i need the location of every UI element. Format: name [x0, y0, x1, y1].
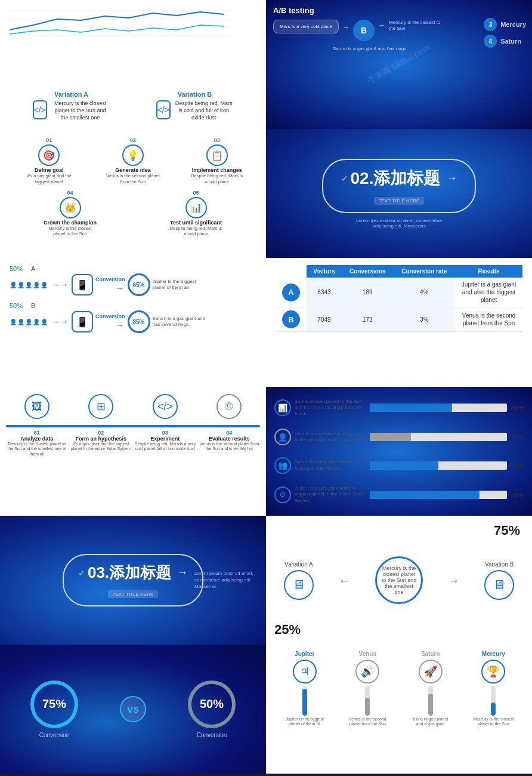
sub-label-02: TEXT TITLE HERE — [374, 197, 425, 205]
planet-mercury-col: Mercury 🏆 Mercury is the closest planet … — [463, 651, 524, 727]
ab-results: 3 Mercury 4 Saturn — [484, 18, 526, 48]
planet-mercury-bar — [491, 686, 496, 716]
row-b-conversions: 173 — [342, 307, 393, 332]
planet-venus-col: Venus 🔊 Venus is the second planet from … — [338, 651, 398, 727]
title-arrow-icon: → — [446, 172, 457, 184]
slide-r5c2: 75% Variation A 🖥 ← Mercury is the close… — [266, 516, 532, 645]
num4-circle: 4 — [484, 35, 497, 48]
planet-saturn-sub: It is a ringed planet and a gas giant — [410, 717, 451, 727]
bar-fill-1 — [370, 404, 452, 412]
planet-jupiter-bar — [302, 686, 307, 716]
slide-r3c1: 50% A 👤👤👤👤👤 →→ 📱 Conversion → 65% — [0, 258, 266, 387]
pct-25-label: 25% — [274, 622, 301, 638]
saturn-planet: Saturn — [500, 38, 521, 45]
step5-icon: 📊 — [185, 197, 207, 218]
planet-saturn-bar — [428, 686, 433, 716]
title-box-03: ✓ 03.添加标题 → TEXT TITLE HERE — [63, 554, 203, 606]
analyze-label-4: 04 Evaluate results Venus is the second … — [199, 430, 261, 457]
table-row-b: B 7849 173 3% Venus is the second planet… — [276, 307, 522, 332]
step-5: 05 📊 Test until significant Despite bein… — [169, 190, 223, 238]
mars-box: Mars is a very cold place — [273, 20, 339, 33]
col-conversions: Conversions — [342, 265, 393, 278]
b-circle: B — [353, 20, 375, 41]
slide-r6c2: Jupiter ♃ Jupiter is the biggest planet … — [266, 645, 532, 774]
table-row-a: A 8343 189 4% Jupiter is a gas giant and… — [276, 278, 522, 307]
step4-icon: 👑 — [60, 197, 81, 218]
bar-track-3 — [370, 461, 507, 470]
planet-venus-name: Venus — [359, 651, 376, 657]
variation-b-title: Variation B — [178, 91, 212, 98]
arrow-icon-03: → — [177, 566, 188, 579]
arrow-b1: →→ — [51, 317, 68, 327]
row-a-results: Jupiter is a gas giant and also the bigg… — [455, 278, 522, 307]
row-a-rate: 4% — [393, 278, 455, 307]
slide-r2c2: ✓ 02.添加标题 → TEXT TITLE HERE Lorem ipsum … — [266, 129, 532, 258]
step-2: 02 💡 Generate idea Venus is the second p… — [94, 137, 173, 185]
arrow-b2: → — [116, 321, 124, 330]
conversion-circle-1: 75% Conversion — [30, 680, 78, 738]
funnel-b-result: 85% — [128, 310, 150, 333]
row-b-visitors: 7849 — [307, 307, 342, 332]
planet-mercury-sub: Mercury is the closest planet to the Sun — [472, 717, 514, 727]
section-title-02: 02.添加标题 — [351, 167, 441, 190]
bar-track-4 — [370, 491, 507, 499]
bar-pct-3: 50% — [513, 463, 524, 469]
var-b-label: Variation B — [485, 561, 514, 568]
conv-label-1: Conversion — [39, 732, 70, 738]
analyze-step-2: ⊞ — [70, 394, 132, 420]
planet-jupiter-col: Jupiter ♃ Jupiter is the biggest planet … — [274, 651, 335, 727]
planet-venus-icon: 🔊 — [355, 660, 379, 683]
analyze-step-1: 🖼 — [6, 394, 68, 420]
variation-b-desc: Despite being red, Mars is cold and full… — [174, 100, 234, 121]
funnel-b-people: 👤👤👤👤👤 — [10, 319, 48, 325]
slide-r1c2: A/B testing Mars is a very cold place → … — [266, 0, 532, 129]
slide-r2c1: 01 🎯 Define goal It's a gas giant and th… — [0, 129, 266, 258]
row-b-label: B — [282, 310, 300, 328]
analyze-step-3: </> — [134, 394, 196, 420]
bar-pct-2: 30% — [513, 434, 524, 440]
bar-icon-2: 👤 — [274, 429, 291, 445]
num3-circle: 3 — [484, 18, 497, 31]
ab-data-table: Visitors Conversions Conversion rate Res… — [276, 265, 522, 332]
planet-mercury-icon: 🏆 — [481, 660, 505, 683]
step-3: 03 📋 Implement changes Despite being red… — [177, 137, 256, 185]
row-b-rate: 3% — [393, 307, 455, 332]
bar-desc-4: Jupiter is a gas giant and the biggest p… — [295, 485, 366, 504]
mercury-planet: Mercury — [500, 21, 526, 28]
planet-venus-sub: Venus is the second planet from the Sun — [347, 717, 388, 727]
bar-icon-4: ⚙ — [274, 486, 291, 503]
bar-row-3: 👥 Saturn is composed mostly of hydrogen … — [274, 457, 524, 474]
title-box-02: ✓ 02.添加标题 → TEXT TITLE HERE — [322, 159, 477, 213]
conversion-circle-2: 50% Conversion — [188, 680, 236, 738]
step2-icon: 💡 — [122, 144, 144, 166]
funnel-b-result-text: Saturn is a gas giant and has several ri… — [153, 316, 206, 328]
check-icon-03: ✓ — [78, 568, 85, 578]
analyze-label-1: 01 Analyze data Mercury is the closest p… — [6, 430, 68, 457]
analyze-icon-2: ⊞ — [88, 394, 113, 419]
ab-testing-title: A/B testing — [273, 6, 525, 15]
bar-icon-3: 👥 — [274, 457, 291, 474]
planet-jupiter-name: Jupiter — [295, 651, 314, 657]
arrow-right-icon: ← — [338, 574, 350, 587]
bar-pct-4: 80% — [513, 492, 524, 498]
slide-r1c1: 30 20 10 0 Variation A </> — [0, 0, 266, 129]
conv-b-label: Conversion — [95, 313, 125, 319]
slide-r3c2: Visitors Conversions Conversion rate Res… — [266, 258, 532, 387]
funnel-a-result-text: Jupiter is the biggest planet of them al… — [153, 279, 206, 291]
step1-icon: 🎯 — [38, 144, 60, 166]
slide-r4c1: 🖼 ⊞ </> © 01 Analyze data Mercury is the… — [0, 387, 266, 516]
section-aside-03: Lorem ipsum dolor sit amet, consectetue … — [194, 570, 254, 590]
funnel-a-people: 👤👤👤👤👤 — [10, 282, 48, 288]
ring-75: 75% — [30, 680, 78, 728]
ring-50: 50% — [188, 680, 236, 728]
arrow-left-icon: → — [448, 574, 460, 587]
bar-pct-1: 60% — [513, 405, 524, 411]
vs-label: vs — [120, 696, 146, 722]
planet-mercury-name: Mercury — [482, 651, 505, 657]
funnel-a-label: A — [31, 265, 39, 272]
section-desc-02: Lorem ipsum dolor sit amet, consectetue … — [351, 218, 447, 229]
planet-saturn-icon: 🚀 — [419, 660, 443, 683]
center-circle: Mercury is the closest planet to the Sun… — [375, 556, 423, 604]
step3-icon: 📋 — [206, 144, 228, 166]
bar-desc-3: Saturn is composed mostly of hydrogen an… — [295, 459, 366, 472]
